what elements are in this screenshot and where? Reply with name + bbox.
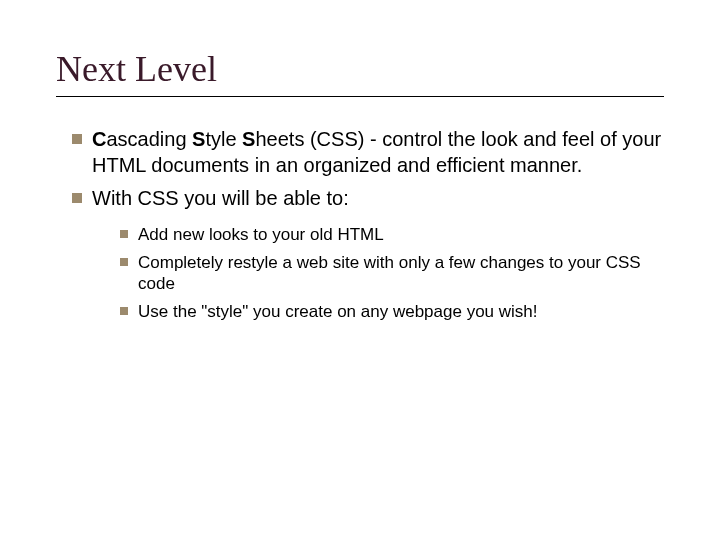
bullet-text: With CSS you will be able to: — [92, 186, 349, 212]
square-bullet-icon — [72, 193, 82, 203]
square-bullet-icon — [120, 307, 128, 315]
text-fragment: ascading — [106, 128, 192, 150]
title-underline — [56, 96, 664, 97]
text-fragment: tyle — [205, 128, 242, 150]
square-bullet-icon — [120, 230, 128, 238]
sub-bullet-text: Use the "style" you create on any webpag… — [138, 301, 538, 323]
bullet-text: Cascading Style Sheets (CSS) - control t… — [92, 127, 664, 178]
slide-title: Next Level — [56, 48, 664, 90]
sub-bullet-text: Add new looks to your old HTML — [138, 224, 384, 246]
sub-bullet-item: Use the "style" you create on any webpag… — [120, 301, 664, 323]
slide: Next Level Cascading Style Sheets (CSS) … — [0, 0, 720, 540]
bullet-item: With CSS you will be able to: — [72, 186, 664, 212]
slide-body: Cascading Style Sheets (CSS) - control t… — [56, 127, 664, 323]
square-bullet-icon — [120, 258, 128, 266]
bold-char: S — [192, 128, 205, 150]
text-fragment: heets (CSS) — [255, 128, 364, 150]
sub-bullet-text: Completely restyle a web site with only … — [138, 252, 664, 296]
sub-bullet-item: Completely restyle a web site with only … — [120, 252, 664, 296]
bold-char: S — [242, 128, 255, 150]
bullet-item: Cascading Style Sheets (CSS) - control t… — [72, 127, 664, 178]
bold-char: C — [92, 128, 106, 150]
sub-bullet-item: Add new looks to your old HTML — [120, 224, 664, 246]
sub-bullet-list: Add new looks to your old HTML Completel… — [72, 224, 664, 323]
square-bullet-icon — [72, 134, 82, 144]
